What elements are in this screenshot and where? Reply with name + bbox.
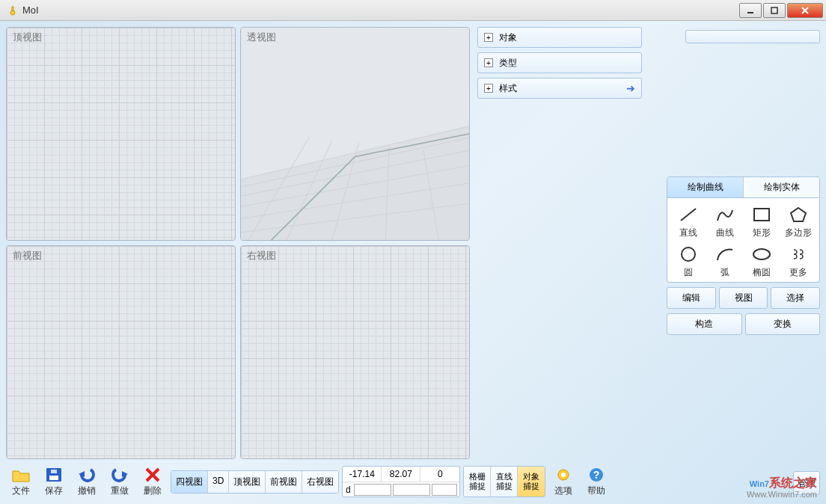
svg-point-0 [10, 10, 15, 15]
d-input-1[interactable] [354, 484, 391, 496]
scene-item-types[interactable]: + 类型 [477, 52, 642, 73]
tool-curve[interactable]: 曲线 [707, 203, 742, 241]
palette-transform-button[interactable]: 变换 [745, 313, 821, 335]
titlebar: MoI [0, 0, 826, 21]
view-switch-buttons: 四视图 3D 顶视图 前视图 右视图 [171, 470, 339, 494]
window-buttons [738, 3, 823, 18]
svg-rect-3 [771, 7, 777, 13]
window-title: MoI [22, 4, 738, 16]
options-button[interactable]: 选项 [548, 464, 578, 499]
viewport-label: 透视图 [247, 31, 276, 44]
view-quad-button[interactable]: 四视图 [171, 471, 208, 493]
view-top-button[interactable]: 顶视图 [229, 471, 266, 493]
viewport-right[interactable]: 右视图 [240, 245, 470, 459]
tool-more[interactable]: 更多 [781, 242, 816, 280]
scene-item-styles[interactable]: + 样式 ➜ [477, 78, 642, 99]
expand-icon: + [484, 58, 493, 67]
delete-button[interactable]: 删除 [138, 464, 168, 499]
tab-draw-solids[interactable]: 绘制实体 [744, 177, 819, 197]
undo-button[interactable]: 撤销 [72, 464, 102, 499]
close-button[interactable] [787, 3, 823, 18]
palette-construct-button[interactable]: 构造 [667, 313, 742, 335]
tool-palette: 绘制曲线 绘制实体 直线 曲线 矩形 多边形 圆 弧 椭圆 更多 编辑 视图 选… [667, 176, 820, 335]
history-panel[interactable] [685, 30, 820, 43]
undo-icon [77, 466, 97, 484]
scene-item-label: 对象 [499, 31, 517, 44]
snap-line-button[interactable]: 直线捕捉 [491, 467, 518, 497]
maximize-button[interactable] [763, 3, 786, 18]
scene-browser: + 对象 + 类型 + 样式 ➜ [477, 27, 642, 103]
redo-icon [110, 466, 129, 484]
snap-object-button[interactable]: 对象捕捉 [518, 467, 545, 497]
scene-item-objects[interactable]: + 对象 [477, 27, 642, 48]
palette-edit-button[interactable]: 编辑 [667, 287, 716, 309]
redo-button[interactable]: 重做 [105, 464, 135, 499]
save-button[interactable]: 保存 [39, 464, 69, 499]
svg-point-23 [682, 248, 695, 261]
expand-icon: + [484, 84, 493, 93]
palette-select-button[interactable]: 选择 [771, 287, 820, 309]
viewport-front[interactable]: 前视图 [6, 245, 236, 459]
coord-x: -17.14 [343, 467, 382, 482]
snap-grid-button[interactable]: 格栅捕捉 [464, 467, 491, 497]
gear-icon [554, 466, 573, 484]
delete-icon [143, 466, 162, 484]
tool-polygon[interactable]: 多边形 [781, 203, 816, 241]
viewport-perspective[interactable]: 透视图 [240, 27, 470, 241]
svg-point-33 [561, 473, 566, 477]
view-3d-button[interactable]: 3D [208, 471, 229, 493]
tool-rect[interactable]: 矩形 [744, 203, 780, 241]
coordinate-readout: -17.14 82.07 0 d [342, 466, 460, 497]
tab-draw-curves[interactable]: 绘制曲线 [667, 177, 744, 197]
coord-z: 0 [420, 467, 459, 482]
viewport-label: 前视图 [13, 249, 42, 262]
tool-arc[interactable]: 弧 [707, 242, 742, 280]
tool-circle[interactable]: 圆 [670, 242, 706, 280]
view-right-button[interactable]: 右视图 [302, 471, 338, 493]
svg-rect-26 [49, 476, 58, 480]
d-input-2[interactable] [393, 484, 430, 496]
scene-item-label: 样式 [499, 82, 517, 95]
tool-line[interactable]: 直线 [670, 203, 706, 241]
viewport-top[interactable]: 顶视图 [6, 27, 236, 241]
svg-rect-1 [12, 7, 13, 10]
view-front-button[interactable]: 前视图 [266, 471, 302, 493]
viewports: 顶视图 透视图 前视图 右视图 [6, 27, 470, 459]
svg-rect-27 [51, 470, 57, 473]
viewport-label: 右视图 [247, 249, 276, 262]
scene-item-label: 类型 [499, 57, 517, 70]
snap-buttons: 格栅捕捉 直线捕捉 对象捕捉 [463, 466, 545, 497]
app-icon [7, 5, 18, 16]
tool-ellipse[interactable]: 椭圆 [744, 242, 780, 280]
svg-rect-21 [754, 209, 769, 221]
d-input-3[interactable] [432, 484, 457, 496]
help-button[interactable]: ?帮助 [581, 464, 611, 499]
viewport-label: 顶视图 [13, 31, 42, 44]
coord-y: 82.07 [382, 467, 420, 482]
expand-icon: + [484, 33, 493, 42]
help-icon: ? [587, 466, 606, 484]
bottom-toolbar: 文件 保存 撤销 重做 删除 四视图 3D 顶视图 前视图 右视图 -17.14… [6, 462, 820, 501]
arrow-right-icon: ➜ [626, 82, 635, 94]
floppy-icon [44, 466, 64, 484]
svg-marker-22 [791, 208, 806, 221]
minimize-button[interactable] [739, 3, 762, 18]
svg-point-24 [753, 249, 770, 259]
svg-marker-6 [241, 126, 469, 240]
d-label: d [343, 485, 353, 495]
svg-line-20 [681, 209, 696, 221]
file-button[interactable]: 文件 [6, 464, 36, 499]
folder-icon [11, 466, 31, 484]
svg-text:?: ? [593, 469, 600, 481]
palette-view-button[interactable]: 视图 [719, 287, 768, 309]
